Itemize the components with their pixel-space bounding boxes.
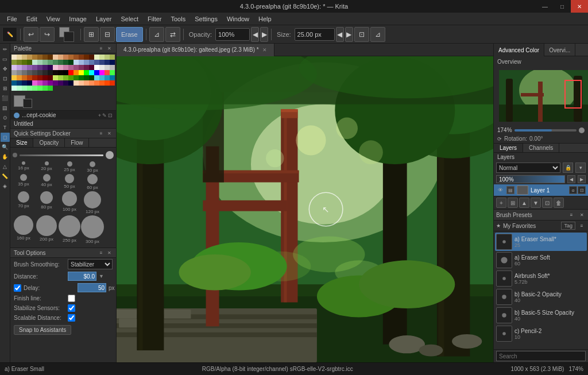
qs-size-item-11[interactable]: 120 px — [82, 191, 103, 214]
palette-swatch-6[interactable] — [42, 55, 48, 60]
palette-swatch-80[interactable] — [11, 75, 17, 80]
erase-mode-button[interactable]: Erase — [116, 27, 143, 42]
angle-btn[interactable]: ⊿ — [370, 27, 385, 42]
palette-swatch-120[interactable] — [11, 86, 17, 91]
to-menu-btn[interactable]: ≡ — [98, 249, 105, 256]
palette-swatch-2[interactable] — [22, 55, 27, 60]
palette-swatch-28[interactable] — [53, 60, 58, 65]
undo-button[interactable]: ↩ — [24, 27, 38, 42]
size-down-btn[interactable]: ◀ — [336, 27, 344, 42]
palette-swatch-40[interactable] — [11, 65, 17, 70]
palette-swatch-126[interactable] — [42, 86, 48, 91]
snap-to-assistants-button[interactable]: Snap to Assistants — [14, 325, 71, 335]
palette-swatch-46[interactable] — [42, 65, 48, 70]
canvas-painting[interactable]: ↖ — [117, 56, 493, 362]
palette-swatch-32[interactable] — [74, 60, 79, 65]
bp-search-input[interactable] — [496, 351, 586, 361]
distance-input[interactable] — [68, 272, 96, 281]
palette-swatch-50[interactable] — [63, 65, 68, 70]
palette-swatch-49[interactable] — [58, 65, 63, 70]
layer-alpha-lock-btn[interactable]: α — [569, 186, 577, 194]
transform-btn[interactable]: ⊿ — [149, 27, 164, 42]
palette-swatch-119[interactable] — [110, 80, 115, 86]
tool-fill[interactable]: ⬛ — [1, 94, 10, 103]
qs-size-item-2[interactable]: 25 px — [59, 161, 80, 173]
palette-swatch-76[interactable] — [94, 70, 99, 75]
palette-swatch-57[interactable] — [99, 65, 105, 70]
canvas-tab-close[interactable]: ✕ — [262, 47, 267, 53]
menu-image[interactable]: Image — [64, 14, 91, 24]
palette-options-btn[interactable]: ⊡ — [108, 113, 113, 118]
palette-swatch-5[interactable] — [37, 55, 42, 60]
palette-swatch-91[interactable] — [68, 75, 74, 80]
palette-swatch-17[interactable] — [99, 55, 105, 60]
palette-swatch-74[interactable] — [84, 70, 89, 75]
background-swatch[interactable] — [23, 99, 32, 108]
palette-swatch-8[interactable] — [53, 55, 58, 60]
palette-header[interactable]: Palette ≡ ✕ — [10, 44, 116, 53]
palette-swatch-31[interactable] — [68, 60, 74, 65]
menu-settings[interactable]: Settings — [190, 14, 222, 24]
qs-size-item-6[interactable]: 50 px — [59, 174, 80, 190]
palette-swatch-103[interactable] — [27, 80, 32, 86]
qs-size-item-7[interactable]: 60 px — [82, 174, 103, 190]
brush-presets-close-btn[interactable]: ✕ — [578, 211, 586, 219]
opacity-input[interactable] — [215, 28, 250, 41]
palette-swatch-104[interactable] — [32, 80, 37, 86]
tool-smart-patch[interactable]: ◈ — [1, 181, 10, 191]
menu-window[interactable]: Window — [222, 14, 254, 24]
palette-swatch-55[interactable] — [89, 65, 94, 70]
palette-swatch-19[interactable] — [110, 55, 115, 60]
palette-swatch-117[interactable] — [99, 80, 105, 86]
palette-swatch-68[interactable] — [53, 70, 58, 75]
palette-swatch-83[interactable] — [27, 75, 32, 80]
bp-item-1[interactable]: a) Eraser Soft60 — [495, 251, 587, 269]
qs-tab-flow[interactable]: Flow — [65, 138, 89, 147]
tool-zoom[interactable]: 🔍 — [1, 142, 10, 152]
palette-swatch-3[interactable] — [27, 55, 32, 60]
finish-line-checkbox[interactable] — [68, 295, 75, 302]
delay-checkbox[interactable] — [14, 284, 21, 292]
size-input[interactable] — [295, 28, 335, 41]
palette-swatch-41[interactable] — [17, 65, 22, 70]
background-color[interactable] — [64, 32, 74, 42]
palette-swatch-62[interactable] — [22, 70, 27, 75]
palette-swatch-97[interactable] — [99, 75, 105, 80]
qs-size-item-10[interactable]: 100 px — [59, 191, 80, 214]
tool-move[interactable]: ✥ — [1, 64, 10, 74]
palette-swatch-47[interactable] — [48, 65, 53, 70]
stabilize-sensors-checkbox[interactable] — [68, 304, 75, 312]
palette-swatch-42[interactable] — [22, 65, 27, 70]
palette-swatch-71[interactable] — [68, 70, 74, 75]
bp-item-2[interactable]: Airbrush Soft*5.72b — [495, 269, 587, 288]
palette-swatch-98[interactable] — [105, 75, 110, 80]
palette-swatch-37[interactable] — [99, 60, 105, 65]
tool-assistant[interactable]: △ — [1, 162, 10, 171]
bp-tag-button[interactable]: Tag — [561, 222, 575, 230]
move-layer-up-btn[interactable]: ▲ — [519, 198, 529, 208]
layer-visibility-icon[interactable]: 👁 — [496, 186, 504, 194]
palette-swatch-34[interactable] — [84, 60, 89, 65]
advanced-color-tab[interactable]: Advanced Color — [494, 44, 544, 56]
palette-swatch-79[interactable] — [110, 70, 115, 75]
qs-size-item-0[interactable]: 16 px — [13, 161, 34, 173]
palette-swatch-14[interactable] — [84, 55, 89, 60]
palette-swatch-9[interactable] — [58, 55, 63, 60]
duplicate-layer-btn[interactable]: ⊡ — [542, 198, 552, 208]
palette-swatch-72[interactable] — [74, 70, 79, 75]
qs-size-item-13[interactable]: 200 px — [36, 215, 57, 244]
channels-tab[interactable]: Channels — [523, 144, 559, 152]
palette-swatch-85[interactable] — [37, 75, 42, 80]
palette-swatch-51[interactable] — [68, 65, 74, 70]
palette-swatch-116[interactable] — [94, 80, 99, 86]
palette-swatch-96[interactable] — [94, 75, 99, 80]
palette-add-btn[interactable]: + — [98, 113, 101, 118]
to-close-btn[interactable]: ✕ — [106, 249, 113, 256]
tool-measure[interactable]: 📏 — [1, 172, 10, 181]
palette-swatch-105[interactable] — [37, 80, 42, 86]
palette-swatch-82[interactable] — [22, 75, 27, 80]
size-up-btn[interactable]: ▶ — [345, 27, 353, 42]
palette-swatch-53[interactable] — [79, 65, 84, 70]
qs-size-item-5[interactable]: 40 px — [36, 174, 57, 190]
palette-swatch-61[interactable] — [17, 70, 22, 75]
